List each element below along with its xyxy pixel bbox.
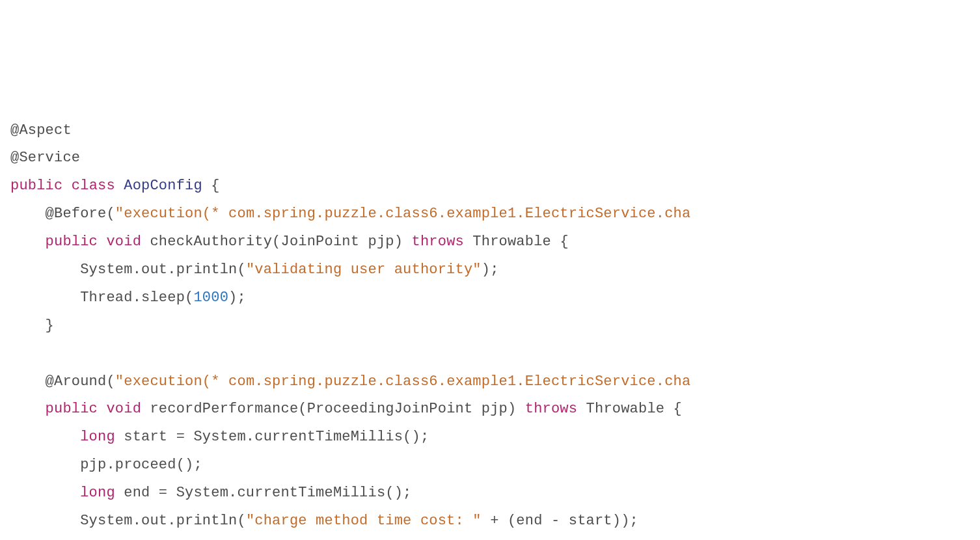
throwable-open: Throwable { — [464, 234, 569, 250]
indent — [10, 401, 46, 417]
indent — [10, 373, 46, 390]
keyword-throws: throws — [412, 234, 464, 250]
indent — [10, 485, 80, 501]
string-charge-cost: "charge method time cost: " — [246, 513, 482, 529]
keyword-class: class — [72, 178, 115, 194]
open-brace: { — [202, 178, 220, 194]
method-check-authority: checkAuthority — [141, 234, 272, 250]
indent — [10, 262, 80, 278]
indent — [10, 234, 46, 250]
stmt-end: + (end - start)); — [482, 513, 638, 529]
string-before-pointcut: "execution(* com.spring.puzzle.class6.ex… — [115, 206, 691, 222]
string-validating: "validating user authority" — [246, 262, 482, 278]
end-assign: end = System.currentTimeMillis(); — [115, 485, 412, 501]
close-brace: } — [46, 317, 54, 334]
paren: ( — [106, 373, 115, 390]
keyword-public: public — [46, 401, 98, 417]
annotation-before: @Before — [46, 206, 107, 222]
paren: ( — [106, 206, 115, 222]
indent — [10, 317, 46, 334]
indent — [10, 429, 80, 445]
keyword-throws: throws — [525, 401, 577, 417]
number-1000: 1000 — [193, 290, 228, 306]
stmt-end: ); — [482, 262, 499, 278]
keyword-long: long — [80, 485, 115, 501]
method-params: (JoinPoint pjp) — [272, 234, 411, 250]
start-assign: start = System.currentTimeMillis(); — [115, 429, 429, 445]
class-name: AopConfig — [124, 178, 202, 194]
annotation-service: @Service — [10, 150, 80, 166]
indent — [10, 513, 80, 529]
method-record-performance: recordPerformance — [141, 401, 298, 417]
string-around-pointcut: "execution(* com.spring.puzzle.class6.ex… — [115, 373, 691, 390]
sysout-call: System.out.println( — [80, 262, 246, 278]
sysout-call: System.out.println( — [80, 513, 246, 529]
throwable-open: Throwable { — [577, 401, 682, 417]
stmt-end: ); — [228, 290, 246, 306]
annotation-aspect: @Aspect — [10, 122, 72, 139]
indent — [10, 206, 46, 222]
code-block: @Aspect @Service public class AopConfig … — [10, 117, 970, 540]
pjp-proceed: pjp.proceed(); — [80, 457, 202, 473]
indent — [10, 457, 80, 473]
keyword-public: public — [10, 178, 62, 194]
annotation-around: @Around — [46, 373, 107, 390]
indent — [10, 290, 80, 306]
method-params: (ProceedingJoinPoint pjp) — [298, 401, 524, 417]
keyword-void: void — [106, 234, 141, 250]
keyword-void: void — [106, 401, 141, 417]
keyword-public: public — [46, 234, 98, 250]
thread-sleep-call: Thread.sleep( — [80, 290, 193, 306]
keyword-long: long — [80, 429, 115, 445]
